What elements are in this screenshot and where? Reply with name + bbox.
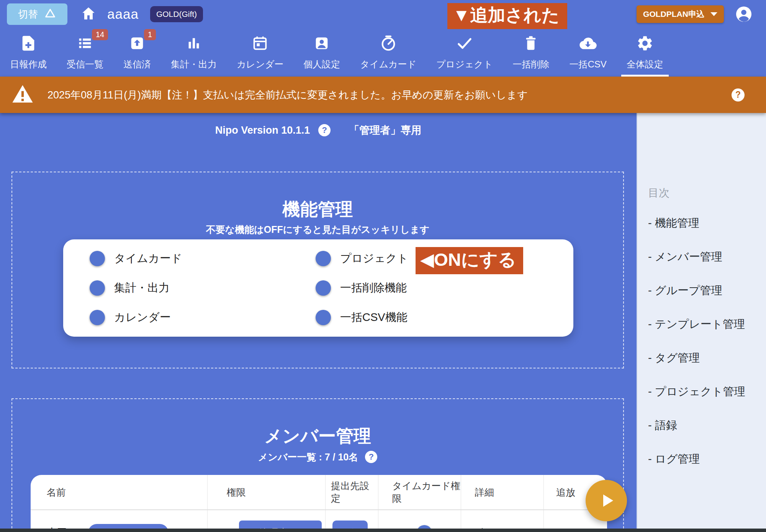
- nav-item-daily-report[interactable]: 日報作成: [0, 28, 57, 77]
- toggle-aggregate-output[interactable]: 集計・出力: [82, 280, 308, 296]
- admin-only-label: 「管理者」専用: [349, 123, 421, 137]
- toggle-on-icon[interactable]: [82, 253, 103, 264]
- toc-title: 目次: [648, 186, 766, 200]
- nav-item-aggregate-output[interactable]: 集計・出力: [161, 28, 227, 77]
- member-table-header-row: 名前 権限 提出先設定 タイムカード権限 詳細 追放: [31, 475, 607, 510]
- nav-label: 集計・出力: [171, 58, 217, 70]
- toggle-label: プロジェクト: [340, 251, 408, 266]
- top-bar: 切替 aaaa GOLD(Gift) ▼追加された GOLDPLAN申込: [0, 0, 766, 28]
- list-icon: [76, 34, 94, 54]
- account-avatar[interactable]: [735, 5, 753, 23]
- help-icon[interactable]: ?: [365, 451, 377, 463]
- scroll-right-fab[interactable]: [586, 480, 627, 521]
- toc-item-member-management[interactable]: - メンバー管理: [648, 249, 766, 265]
- added-annotation-callout: ▼追加された: [447, 3, 567, 29]
- switch-workspace-button[interactable]: 切替: [7, 3, 67, 25]
- workspace-title: aaaa: [107, 7, 139, 22]
- toggle-bulk-csv[interactable]: 一括CSV機能: [308, 310, 538, 325]
- bar-chart-icon: [185, 34, 203, 54]
- play-arrow-icon: [603, 494, 613, 507]
- toggle-calendar[interactable]: カレンダー: [82, 310, 308, 325]
- nav-label: 全体設定: [627, 58, 663, 70]
- toc-item-group-management[interactable]: - グループ管理: [648, 283, 766, 298]
- toggle-label: 一括CSV機能: [340, 310, 408, 325]
- toc-item-glossary[interactable]: - 語録: [648, 418, 766, 433]
- sent-count-badge: 1: [144, 29, 156, 40]
- nav-label: 一括削除: [512, 58, 549, 70]
- nav-item-timecard[interactable]: タイムカード: [350, 28, 426, 77]
- toc-item-feature-management[interactable]: - 機能管理: [648, 216, 766, 231]
- toggle-timecard[interactable]: タイムカード: [82, 251, 308, 266]
- app-version: Nipo Version 10.1.1: [215, 124, 310, 136]
- column-header-submit-target: 提出先設定: [326, 475, 378, 509]
- window-bottom-edge: [0, 529, 766, 532]
- app: 切替 aaaa GOLD(Gift) ▼追加された GOLDPLAN申込: [0, 0, 766, 532]
- triangle-up-icon: [44, 7, 56, 22]
- expiry-warning-banner: 2025年08月11日(月)満期【注！】支払いは完全前払式に変更されました。お早…: [0, 77, 766, 113]
- nav-label: プロジェクト: [436, 58, 493, 70]
- switch-label: 切替: [18, 8, 38, 21]
- toggle-label: 一括削除機能: [340, 280, 407, 296]
- member-table: 名前 権限 提出先設定 タイムカード権限 詳細 追放 上田 あなた 管理者: [31, 475, 607, 532]
- nav-label: 送信済: [123, 58, 151, 70]
- toggle-label: タイムカード: [114, 251, 182, 266]
- feature-section-subtitle: 不要な機能はOFFにすると見た目がスッキリします: [12, 223, 623, 236]
- toggle-on-icon[interactable]: [308, 282, 329, 294]
- nav-item-sent[interactable]: 1 送信済: [113, 28, 161, 77]
- nav-item-calendar[interactable]: カレンダー: [227, 28, 293, 77]
- nav-label: 受信一覧: [67, 58, 103, 70]
- toc-item-project-management[interactable]: - プロジェクト管理: [648, 384, 766, 399]
- gear-icon: [636, 34, 654, 54]
- toggle-on-icon[interactable]: [82, 312, 103, 323]
- timer-icon: [380, 34, 397, 54]
- inbox-count-badge: 14: [92, 29, 108, 40]
- nav-item-bulk-delete[interactable]: 一括削除: [502, 28, 559, 77]
- check-icon: [456, 34, 473, 54]
- feature-section-title: 機能管理: [12, 199, 623, 219]
- toggle-bulk-delete[interactable]: 一括削除機能: [308, 280, 538, 296]
- trash-icon: [522, 34, 540, 54]
- column-header-role: 権限: [208, 475, 326, 509]
- toc-list: - 機能管理 - メンバー管理 - グループ管理 - テンプレート管理 - タグ…: [648, 216, 766, 467]
- nav-item-project[interactable]: プロジェクト: [426, 28, 502, 77]
- toggle-label: 集計・出力: [114, 280, 170, 296]
- column-header-timecard-permission: タイムカード権限: [378, 475, 461, 509]
- turn-on-annotation-callout: ◀ONにする: [416, 247, 523, 274]
- nav-item-global-settings[interactable]: 全体設定: [617, 28, 673, 77]
- nav-label: 一括CSV: [569, 58, 606, 70]
- toc-item-template-management[interactable]: - テンプレート管理: [648, 317, 766, 332]
- toc-item-log-management[interactable]: - ログ管理: [648, 452, 766, 467]
- toggle-column-left: タイムカード 集計・出力 カレンダー: [82, 251, 308, 325]
- person-icon: [313, 34, 331, 54]
- nav-label: カレンダー: [237, 58, 283, 70]
- plan-badge: GOLD(Gift): [150, 6, 203, 22]
- nav-label: タイムカード: [360, 58, 416, 70]
- member-section-title: メンバー管理: [12, 426, 623, 446]
- home-icon: [80, 5, 97, 23]
- nav-item-personal-settings[interactable]: 個人設定: [293, 28, 350, 77]
- nav-item-inbox[interactable]: 14 受信一覧: [57, 28, 113, 77]
- member-management-section: メンバー管理 メンバー一覧 : 7 / 10名 ? 名前 権限 提出先設定 タイ…: [11, 398, 624, 532]
- calendar-icon: [251, 34, 269, 54]
- help-icon[interactable]: ?: [318, 124, 331, 136]
- outbox-icon: [128, 34, 146, 54]
- nav-item-bulk-csv[interactable]: 一括CSV: [559, 28, 616, 77]
- toc-item-tag-management[interactable]: - タグ管理: [648, 350, 766, 366]
- toggle-on-icon[interactable]: [308, 312, 329, 323]
- home-button[interactable]: [80, 5, 97, 23]
- goldplan-apply-button[interactable]: GOLDPLAN申込: [637, 5, 724, 23]
- member-count-row: メンバー一覧 : 7 / 10名 ?: [12, 451, 623, 463]
- chevron-down-icon: [710, 12, 717, 16]
- nav-label: 日報作成: [10, 58, 47, 70]
- help-icon[interactable]: ?: [732, 88, 745, 101]
- toggle-on-icon[interactable]: [82, 282, 103, 294]
- warning-text: 2025年08月11日(月)満期【注！】支払いは完全前払式に変更されました。お早…: [47, 88, 528, 102]
- version-row: Nipo Version 10.1.1 ? 「管理者」専用: [0, 123, 637, 137]
- main-nav: 日報作成 14 受信一覧 1 送信済 集計・出力 カレンダー 個人設定 タイムカ…: [0, 28, 766, 77]
- toggle-label: カレンダー: [114, 310, 171, 325]
- feature-management-section: 機能管理 不要な機能はOFFにすると見た目がスッキリします タイムカード 集計・…: [11, 172, 624, 368]
- toggle-on-icon[interactable]: [308, 253, 329, 264]
- column-header-detail: 詳細: [461, 475, 544, 509]
- member-count-label: メンバー一覧 : 7 / 10名: [258, 451, 358, 463]
- nav-label: 個人設定: [303, 58, 340, 70]
